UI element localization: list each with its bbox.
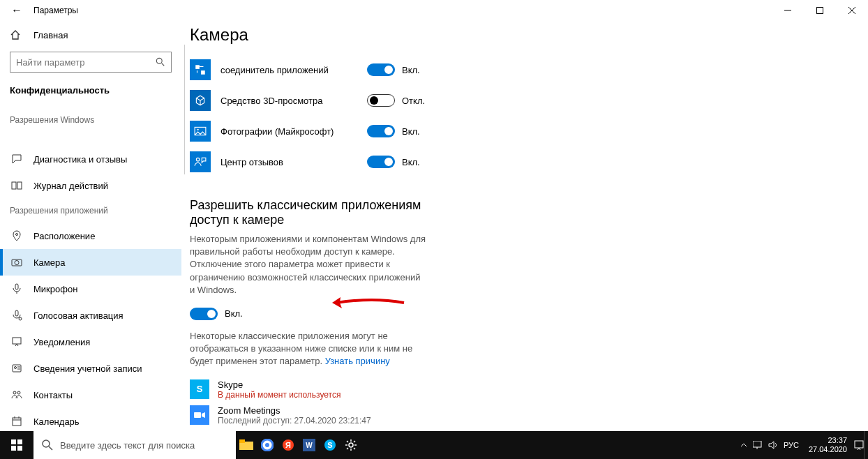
task-skype-icon[interactable]: S — [320, 431, 341, 459]
taskbar-search[interactable]: Введите здесь текст для поиска — [33, 431, 236, 459]
svg-rect-6 — [12, 182, 16, 189]
task-chrome-icon[interactable] — [257, 431, 278, 459]
app-connector-icon — [190, 59, 211, 80]
toggle-classic-apps[interactable] — [190, 308, 218, 320]
sidebar-item-location[interactable]: Расположение — [0, 223, 181, 249]
toggle-label: Вкл. — [225, 308, 243, 319]
sidebar-item-camera[interactable]: Камера — [0, 249, 181, 276]
toggle-label: Вкл. — [402, 157, 420, 167]
task-word-icon[interactable]: W — [299, 431, 320, 459]
svg-point-4 — [156, 58, 162, 63]
toggle-feedback[interactable] — [367, 156, 395, 168]
app-name: соединитель приложений — [220, 65, 367, 75]
app-name: Средство 3D-просмотра — [220, 96, 367, 106]
toggle-connector[interactable] — [367, 63, 395, 76]
home-link[interactable]: Главная — [0, 24, 181, 46]
maximize-button[interactable] — [804, 0, 836, 21]
svg-point-43 — [265, 443, 269, 447]
svg-rect-34 — [17, 439, 22, 444]
toggle-3dviewer[interactable] — [367, 94, 395, 107]
toggle-photos[interactable] — [367, 125, 395, 137]
task-yandex-icon[interactable]: Я — [278, 431, 299, 459]
svg-rect-12 — [15, 310, 18, 316]
sidebar-item-microphone[interactable]: Микрофон — [0, 276, 181, 302]
svg-rect-25 — [195, 65, 200, 69]
search-input-wrap[interactable] — [10, 52, 172, 73]
minimize-button[interactable] — [772, 0, 804, 21]
sidebar-item-label: Расположение — [33, 231, 95, 241]
search-icon — [42, 439, 53, 451]
svg-rect-15 — [13, 365, 21, 372]
svg-rect-26 — [201, 70, 205, 75]
sidebar-item-voice[interactable]: Голосовая активация — [0, 302, 181, 329]
svg-point-16 — [15, 367, 17, 369]
classic-app-status: В данный момент используется — [218, 390, 341, 400]
3d-viewer-icon — [190, 90, 211, 111]
svg-rect-32 — [194, 412, 201, 418]
svg-rect-53 — [855, 441, 863, 448]
show-desktop[interactable] — [864, 431, 868, 459]
sidebar-item-label: Камера — [33, 257, 65, 268]
classic-apps-header: Разрешить классическим приложениям досту… — [190, 198, 427, 227]
svg-rect-7 — [17, 182, 22, 189]
tray[interactable]: РУС — [740, 441, 802, 449]
notifications-icon — [10, 336, 24, 347]
sidebar-item-label: Журнал действий — [33, 181, 108, 191]
back-button[interactable]: ← — [6, 4, 28, 17]
tray-clock[interactable]: 23:37 27.04.2020 — [802, 436, 854, 454]
sidebar-item-truncated[interactable] — [0, 132, 181, 146]
tray-network-icon[interactable] — [753, 441, 763, 449]
toggle-label: Вкл. — [402, 126, 420, 137]
task-explorer-icon[interactable] — [236, 431, 257, 459]
sidebar-item-account[interactable]: Сведения учетной записи — [0, 355, 181, 382]
svg-rect-40 — [239, 439, 245, 443]
svg-text:Я: Я — [285, 441, 291, 449]
taskbar: Введите здесь текст для поиска Я W S РУС… — [0, 431, 868, 459]
zoom-icon — [190, 405, 209, 425]
titlebar: ← Параметры — [0, 0, 868, 21]
sidebar-item-label: Контакты — [33, 390, 73, 400]
svg-text:W: W — [306, 442, 313, 449]
taskbar-search-placeholder: Введите здесь текст для поиска — [60, 440, 195, 451]
home-icon — [10, 29, 24, 40]
svg-rect-35 — [11, 446, 16, 451]
start-button[interactable] — [0, 431, 33, 459]
close-button[interactable] — [836, 0, 868, 21]
window-title: Параметры — [28, 6, 78, 15]
toggle-label: Откл. — [402, 96, 425, 106]
privacy-header: Конфиденциальность — [0, 82, 181, 108]
app-row: соединитель приложений Вкл. — [190, 54, 868, 85]
sidebar-item-label: Календарь — [33, 416, 80, 427]
svg-point-50 — [349, 443, 353, 447]
history-icon — [10, 180, 24, 191]
category-app-permissions: Разрешения приложений — [0, 199, 181, 223]
sidebar-item-label: Микрофон — [33, 284, 77, 294]
svg-rect-21 — [13, 418, 21, 426]
classic-app-status: Последний доступ: 27.04.2020 23:21:47 — [218, 416, 371, 426]
search-input[interactable] — [16, 57, 156, 68]
classic-app-name: Zoom Meetings — [218, 405, 371, 416]
sidebar-item-contacts[interactable]: Контакты — [0, 382, 181, 408]
app-row: Фотографии (Майкрософт) Вкл. — [190, 116, 868, 146]
task-settings-icon[interactable] — [341, 431, 361, 459]
feedback-icon — [10, 153, 24, 165]
search-icon — [156, 57, 165, 67]
page-title: Камера — [190, 25, 868, 45]
sidebar-item-diagnostics[interactable]: Диагностика и отзывы — [0, 146, 181, 172]
sidebar-item-activity[interactable]: Журнал действий — [0, 172, 181, 199]
sidebar-item-label: Уведомления — [33, 337, 90, 347]
svg-point-19 — [13, 391, 16, 394]
svg-rect-1 — [817, 8, 823, 14]
main-content: Камера соединитель приложений Вкл. Средс… — [181, 21, 868, 439]
tray-lang[interactable]: РУС — [784, 441, 799, 449]
sidebar-item-notifications[interactable]: Уведомления — [0, 329, 181, 355]
app-row: Средство 3D-просмотра Откл. — [190, 85, 868, 116]
tray-chevron-icon[interactable] — [740, 442, 747, 449]
tray-volume-icon[interactable] — [768, 441, 778, 449]
classic-app-name: Skype — [218, 379, 341, 390]
tray-notifications-icon[interactable] — [854, 431, 864, 459]
sidebar: Главная Конфиденциальность Разрешения Wi… — [0, 21, 181, 439]
sidebar-item-label: Диагностика и отзывы — [33, 154, 127, 165]
learn-more-link[interactable]: Узнать причину — [325, 356, 390, 366]
category-windows-permissions: Разрешения Windows — [0, 108, 181, 132]
